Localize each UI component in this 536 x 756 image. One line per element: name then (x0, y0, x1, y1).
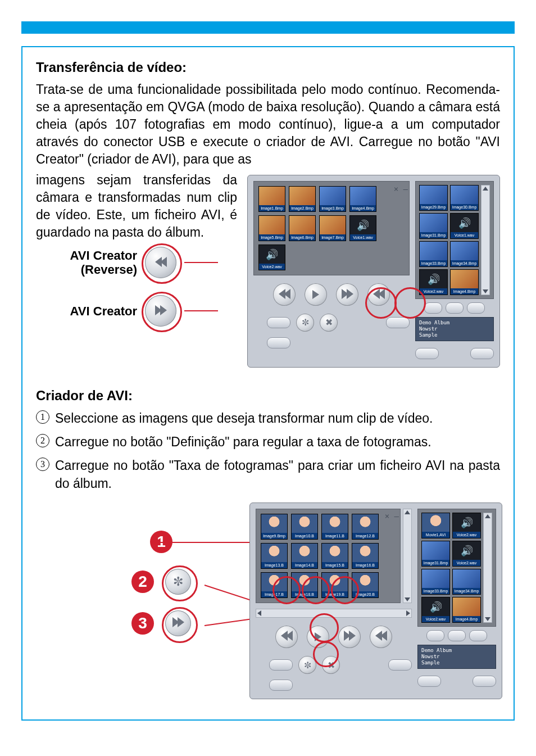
side-thumbnail[interactable]: Image34.Bmp (452, 569, 481, 595)
side-sound[interactable]: 🔊Voice1.wav (450, 213, 479, 239)
album-info: Demo Album Nowstr Sample (415, 317, 494, 341)
play-icon (312, 290, 319, 299)
step-item: Seleccione as imagens que deseja transfo… (36, 409, 500, 427)
section1-heading: Transferência de vídeo: (36, 60, 500, 75)
avi-creator-button[interactable] (338, 626, 361, 648)
play-button[interactable] (305, 283, 327, 306)
avi-creator-reverse-label-row: AVI Creator (Reverse) (36, 247, 237, 278)
avi-reverse-icon (375, 631, 387, 643)
thumbnail[interactable]: Image11.B (321, 514, 348, 540)
callout-ring (142, 292, 182, 332)
side-thumbnail[interactable]: Image34.Bmp (450, 241, 479, 267)
callout-ring (142, 243, 182, 284)
legend-column: 1 2 ✼ 3 (131, 531, 191, 636)
side-pill-button[interactable] (424, 302, 442, 314)
small-pill-button[interactable] (388, 659, 412, 671)
thumbnail[interactable]: Image15.B (321, 543, 348, 569)
side-sound[interactable]: 🔊Voice2.wav (452, 513, 481, 538)
sound-thumbnail[interactable]: 🔊Voice1.wav (349, 215, 376, 241)
settings-button[interactable]: ✼ (296, 314, 314, 332)
scrollbar-vertical[interactable] (481, 185, 490, 295)
scrollbar-vertical[interactable] (403, 509, 412, 603)
small-pill-button[interactable] (386, 317, 410, 328)
side-pill-button[interactable] (417, 676, 441, 687)
prev-icon (281, 631, 293, 643)
gear-icon: ✼ (304, 660, 311, 671)
scrollbar-vertical[interactable] (483, 513, 492, 623)
prev-button[interactable] (275, 626, 298, 648)
side-thumbnail[interactable]: Image4.Bmp (452, 597, 481, 623)
side-pill-button[interactable] (467, 302, 485, 314)
side-pill-button[interactable] (426, 630, 444, 641)
section1-wrap: × — Image1.Bmp Image2.Bmp Image3.Bmp Ima… (36, 171, 500, 373)
avi-creator-reverse-button[interactable] (370, 626, 392, 648)
side-thumbnail[interactable]: Image31.Bmp (419, 213, 448, 239)
page: Transferência de vídeo: Trata-se de uma … (0, 0, 536, 756)
content-frame: Transferência de vídeo: Trata-se de uma … (21, 46, 515, 721)
side-thumbnail[interactable]: Image4.Bmp (450, 269, 479, 295)
sound-thumbnail[interactable]: 🔊Voice2.wav (258, 245, 285, 270)
side-pill-button[interactable] (415, 348, 439, 359)
side-pill-button[interactable] (446, 302, 464, 314)
callout-ring (365, 287, 397, 319)
side-pill-button[interactable] (470, 348, 494, 359)
close-icon: ✖ (325, 316, 333, 329)
thumbnail[interactable]: Image4.Bmp (349, 186, 376, 212)
thumbnail[interactable]: Image9.Bmp (261, 514, 288, 540)
callout-ring (162, 607, 198, 643)
figure-2: 1 2 ✼ 3 (36, 503, 500, 688)
section2-heading: Criador de AVI: (36, 388, 500, 404)
side-pill-button[interactable] (448, 630, 466, 641)
avi-creator-button[interactable] (336, 283, 358, 306)
thumbnail[interactable]: Image10.B (291, 514, 318, 540)
thumbnail[interactable]: Image5.Bmp (258, 215, 285, 241)
window-controls[interactable]: × — (385, 511, 397, 520)
side-pill-button[interactable] (469, 630, 487, 641)
side-thumbnail[interactable]: Image31.Bmp (421, 541, 450, 567)
delete-button[interactable]: ✖ (320, 314, 338, 332)
callout-ring (310, 613, 339, 642)
side-thumbnail[interactable]: Image33.Bmp (421, 569, 450, 595)
header-rule (21, 21, 515, 34)
callout-connector (184, 310, 218, 311)
thumbnail[interactable]: Image13.B (261, 543, 288, 569)
thumbnail[interactable]: Image3.Bmp (319, 186, 346, 212)
side-thumbnail[interactable]: Image30.Bmp (450, 185, 479, 211)
prev-button[interactable] (273, 283, 296, 306)
step-item: Carregue no botão "Taxa de fotogramas" p… (36, 456, 500, 492)
side-sound[interactable]: 🔊Voice2.wav (452, 541, 481, 567)
avi-creator-icon (342, 286, 353, 304)
side-thumbnail[interactable]: Image29.Bmp (419, 185, 448, 211)
thumbnail[interactable]: Image14.B (291, 543, 318, 569)
side-thumbnail[interactable]: Movie1.AVI (421, 513, 450, 538)
app-screenshot-1: × — Image1.Bmp Image2.Bmp Image3.Bmp Ima… (247, 175, 500, 367)
callout-ring (162, 565, 198, 601)
legend-number-2: 2 (131, 571, 154, 593)
side-sound[interactable]: 🔊Voice2.wav (419, 269, 448, 295)
small-pill-button[interactable] (269, 680, 293, 691)
section1-para1: Trata-se de uma funcionalidade possibili… (36, 81, 500, 168)
thumbnail[interactable]: Image16.B (352, 543, 379, 569)
callout-connector (184, 262, 218, 263)
section1-para2: imagens sejam transferidas da câmara e t… (36, 173, 237, 239)
small-pill-button[interactable] (267, 337, 290, 348)
thumbnail[interactable]: Image2.Bmp (289, 186, 316, 212)
side-sound[interactable]: 🔊Voice2.wav (421, 597, 450, 623)
prev-icon (279, 286, 290, 304)
thumbnail[interactable]: Image12.B (352, 514, 379, 540)
small-pill-button[interactable] (269, 659, 293, 671)
step-item: Carregue no botão "Definição" para regul… (36, 433, 500, 451)
album-info: Demo Album Nowstr Sample (417, 645, 496, 668)
thumbnail[interactable]: Image1.Bmp (258, 186, 285, 212)
callout-ring (394, 287, 426, 319)
small-pill-button[interactable] (267, 317, 290, 328)
window-controls[interactable]: × — (394, 184, 406, 194)
avi-creator-label-row: AVI Creator (36, 295, 237, 327)
legend-number-3: 3 (131, 612, 154, 635)
avi-creator-icon (344, 631, 356, 643)
thumbnail[interactable]: Image7.Bmp (319, 215, 346, 241)
thumbnail[interactable]: Image6.Bmp (289, 215, 316, 241)
steps-list: Seleccione as imagens que deseja transfo… (36, 409, 500, 493)
side-pill-button[interactable] (473, 676, 496, 687)
side-thumbnail[interactable]: Image33.Bmp (419, 241, 448, 267)
